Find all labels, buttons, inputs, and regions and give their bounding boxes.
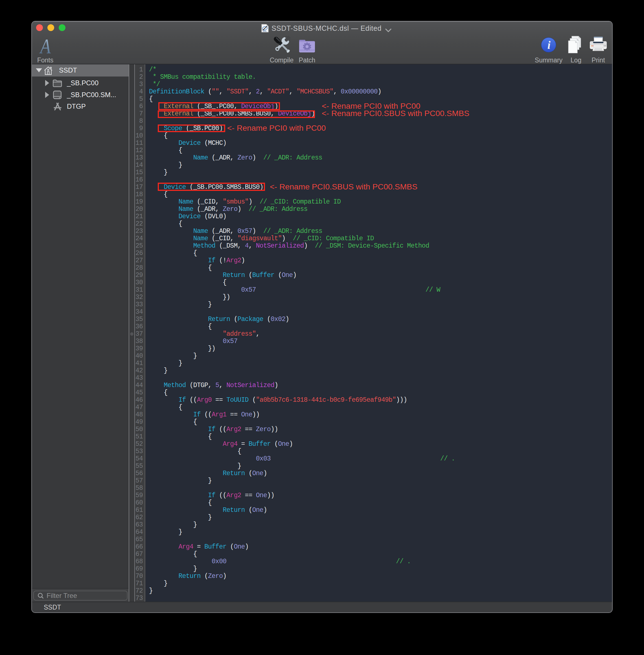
svg-text:DSL: DSL <box>263 30 267 32</box>
svg-text:i: i <box>548 39 551 51</box>
